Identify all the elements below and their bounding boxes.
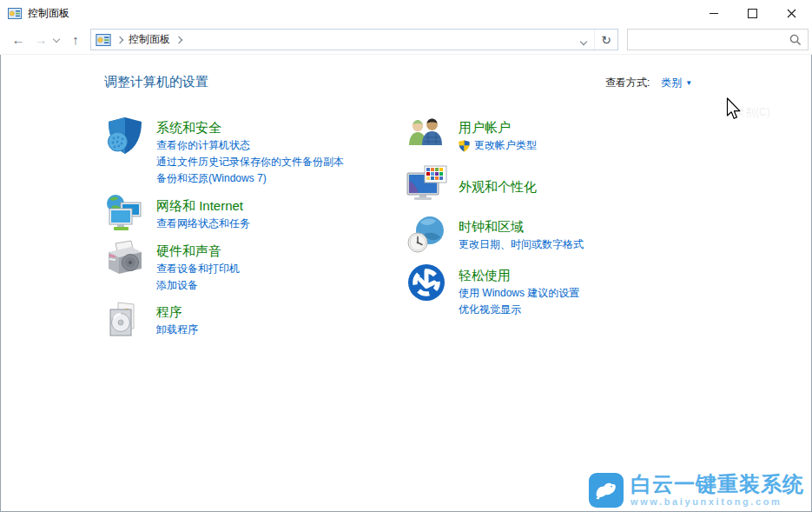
maximize-button[interactable] [733, 1, 772, 26]
link-view-computer-status[interactable]: 查看你的计算机状态 [156, 137, 344, 154]
view-by-control: 查看方式:类别▼ [605, 76, 692, 90]
view-by-dropdown-icon[interactable]: ▼ [685, 79, 692, 87]
search-icon[interactable] [789, 34, 802, 46]
minimize-icon [710, 13, 718, 14]
category-title-network-internet[interactable]: 网络和 Internet [156, 196, 250, 215]
category-title-system-security[interactable]: 系统和安全 [156, 118, 344, 136]
category-title-appearance[interactable]: 外观和个性化 [459, 177, 537, 196]
refresh-button[interactable]: ↻ [594, 30, 617, 50]
ghost-menu-item: 类别(C) [735, 105, 770, 120]
address-bar[interactable]: 控制面板 ↻ [90, 29, 618, 50]
category-title-clock-region[interactable]: 时钟和区域 [459, 217, 584, 236]
link-backup-restore-win7[interactable]: 备份和还原(Windows 7) [156, 170, 344, 187]
uac-shield-icon [459, 140, 470, 152]
bird-logo-icon [589, 473, 624, 508]
back-button[interactable]: ← [7, 26, 30, 54]
category-clock-region: 时钟和区域 更改日期、时间或数字格式 [406, 212, 706, 256]
link-network-status-tasks[interactable]: 查看网络状态和任务 [156, 216, 250, 232]
page-title: 调整计算机的设置 [104, 74, 208, 90]
category-appearance-personalization: 外观和个性化 [406, 163, 706, 207]
control-panel-breadcrumb-icon [96, 34, 111, 46]
history-dropdown-icon[interactable] [53, 36, 60, 43]
watermark-url-text: www.baiyunxitong.com [630, 496, 804, 507]
address-dropdown-icon[interactable] [573, 32, 594, 48]
link-windows-suggested-settings[interactable]: 使用 Windows 建议的设置 [459, 285, 579, 302]
forward-button[interactable]: → [30, 26, 52, 54]
category-programs: 程序 卸载程序 [104, 297, 404, 341]
view-by-label: 查看方式: [605, 76, 650, 89]
program-disc-icon[interactable] [104, 299, 146, 341]
ease-of-access-icon[interactable] [406, 263, 448, 304]
category-title-hardware-sound[interactable]: 硬件和声音 [156, 242, 240, 260]
network-globe-monitors-icon[interactable] [104, 193, 146, 235]
link-uninstall-program[interactable]: 卸载程序 [156, 322, 198, 338]
navigation-toolbar: ← → ↑ 控制面板 ↻ [0, 26, 812, 55]
link-file-history-backup[interactable]: 通过文件历史记录保存你的文件备份副本 [156, 154, 344, 170]
category-user-accounts: 用户帐户 更改帐户类型 [406, 113, 706, 156]
maximize-icon [748, 9, 757, 18]
watermark-brand-text: 白云一键重装系统 [630, 473, 804, 495]
printer-icon[interactable] [104, 238, 146, 280]
category-system-security: 系统和安全 查看你的计算机状态 通过文件历史记录保存你的文件备份副本 备份和还原… [104, 113, 404, 187]
breadcrumb-control-panel[interactable]: 控制面板 [129, 32, 170, 47]
link-devices-printers[interactable]: 查看设备和打印机 [156, 261, 240, 277]
up-button[interactable]: ↑ [64, 26, 87, 54]
close-button[interactable] [772, 1, 811, 26]
minimize-button[interactable] [694, 1, 733, 26]
globe-clock-icon[interactable] [406, 214, 448, 256]
search-input[interactable] [628, 34, 789, 46]
category-network-internet: 网络和 Internet 查看网络状态和任务 [104, 191, 404, 235]
link-change-account-type[interactable]: 更改帐户类型 [459, 137, 537, 154]
security-shield-icon[interactable] [104, 115, 146, 156]
view-by-category-link[interactable]: 类别 [661, 76, 682, 89]
link-add-device[interactable]: 添加设备 [156, 277, 240, 294]
link-optimize-visual-display[interactable]: 优化视觉显示 [459, 302, 579, 318]
search-box[interactable] [627, 29, 809, 50]
control-panel-app-icon [8, 8, 22, 19]
link-change-account-type-label: 更改帐户类型 [474, 137, 537, 154]
category-ease-of-access: 轻松使用 使用 Windows 建议的设置 优化视觉显示 [406, 261, 706, 318]
window-title: 控制面板 [28, 6, 69, 21]
breadcrumb-chevron-icon[interactable] [175, 36, 182, 43]
breadcrumb-chevron-icon[interactable] [116, 36, 123, 43]
category-hardware-sound: 硬件和声音 查看设备和打印机 添加设备 [104, 236, 404, 294]
category-title-ease-of-access[interactable]: 轻松使用 [459, 266, 579, 284]
close-icon [787, 9, 796, 18]
link-change-date-time-format[interactable]: 更改日期、时间或数字格式 [459, 236, 584, 253]
category-title-programs[interactable]: 程序 [156, 303, 198, 321]
watermark-logo: 白云一键重装系统 www.baiyunxitong.com [589, 473, 804, 508]
user-accounts-icon[interactable] [406, 115, 448, 156]
category-title-user-accounts[interactable]: 用户帐户 [459, 118, 537, 136]
title-bar[interactable]: 控制面板 [0, 0, 812, 26]
monitor-palette-icon[interactable] [406, 165, 448, 207]
